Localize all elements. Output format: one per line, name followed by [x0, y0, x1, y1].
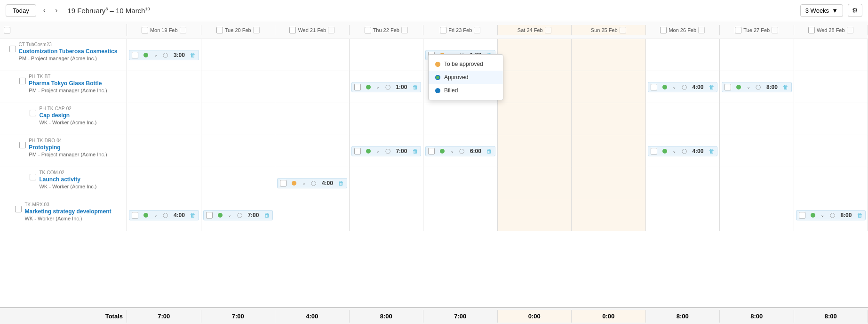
entry-checkbox[interactable]: [280, 180, 287, 186]
entry-checkbox[interactable]: [132, 52, 138, 58]
entry-checkbox[interactable]: [354, 84, 361, 90]
delete-icon[interactable]: 🗑: [338, 180, 344, 186]
delete-icon[interactable]: 🗑: [857, 212, 863, 219]
delete-icon[interactable]: 🗑: [709, 84, 715, 90]
weeks-selector-button[interactable]: 3 Weeks ▼: [800, 4, 843, 17]
date-range-label: 19 February8 – 10 March10: [67, 7, 150, 15]
status-chevron[interactable]: ⌄: [450, 148, 454, 154]
row-checkbox[interactable]: [19, 142, 26, 148]
col-check2-tue20[interactable]: [253, 27, 260, 33]
col-check2-thu22[interactable]: [401, 27, 408, 33]
cell-row2-tue27: ⌄ ◯ 8:00 🗑: [720, 71, 794, 103]
task-name[interactable]: Prototyping: [29, 144, 107, 151]
cell-row4-tue27: [720, 135, 794, 167]
task-info-cell: TK-COM.02 Launch activity WK - Worker (A…: [0, 167, 127, 199]
row-checkbox[interactable]: [15, 206, 22, 212]
row-checkbox[interactable]: [30, 110, 36, 116]
dropdown-item-billed[interactable]: Billed: [429, 84, 503, 97]
cell-row1-wed28: [794, 39, 868, 71]
delete-icon[interactable]: 🗑: [413, 148, 418, 154]
delete-icon[interactable]: 🗑: [264, 212, 270, 219]
status-chevron[interactable]: ⌄: [820, 212, 824, 218]
cell-row1-mon19: ⌄ ◯ 3:00 🗑: [127, 39, 201, 71]
delete-icon[interactable]: 🗑: [190, 212, 196, 219]
col-check2-sat24[interactable]: [545, 27, 551, 33]
cell-row3-sun25: [572, 103, 646, 135]
col-checkbox-tue20[interactable]: [216, 27, 223, 33]
col-checkbox-thu22[interactable]: [365, 27, 371, 33]
status-chevron[interactable]: ⌄: [154, 212, 158, 218]
cell-row6-fri23: [423, 199, 498, 231]
status-chevron[interactable]: ⌄: [672, 148, 676, 154]
total-wed21: 4:00: [275, 310, 350, 323]
status-chevron[interactable]: ⌄: [154, 52, 158, 57]
total-fri23: 7:00: [423, 310, 498, 323]
dropdown-label-billed: Billed: [444, 87, 458, 94]
dropdown-item-to-be-approved[interactable]: To be approved: [429, 57, 503, 71]
prev-arrow-button[interactable]: ‹: [41, 5, 48, 16]
status-dot-green: [662, 85, 667, 89]
col-checkbox-mon19[interactable]: [142, 27, 148, 33]
col-check2-wed21[interactable]: [328, 27, 334, 33]
entry-time: 7:00: [247, 212, 259, 219]
delete-icon[interactable]: 🗑: [783, 84, 788, 90]
today-button[interactable]: Today: [6, 4, 36, 17]
col-check2-wed28[interactable]: [847, 27, 853, 33]
delete-icon[interactable]: 🗑: [190, 52, 196, 58]
entry-checkbox[interactable]: [132, 212, 138, 219]
entry-checkbox[interactable]: [354, 148, 361, 154]
cell-row3-wed21: [275, 103, 350, 135]
col-check2-tue27[interactable]: [772, 27, 778, 33]
row-checkbox[interactable]: [9, 46, 16, 52]
entry-checkbox[interactable]: [206, 212, 213, 219]
col-checkbox-fri23[interactable]: [440, 27, 446, 33]
col-checkbox-tue27[interactable]: [735, 27, 741, 33]
task-name[interactable]: Launch activity: [39, 176, 96, 183]
task-name[interactable]: Cap design: [39, 112, 96, 119]
grid-footer: Totals 7:00 7:00 4:00 8:00 7:00 0:00 0:0…: [0, 307, 868, 324]
status-chevron[interactable]: ⌄: [228, 212, 231, 218]
entry-checkbox[interactable]: [651, 148, 657, 154]
task-info-cell: PH-TK-DRO-04 Prototyping PM - Project ma…: [0, 135, 127, 167]
header-checkbox[interactable]: [4, 27, 10, 33]
entry-checkbox[interactable]: [651, 84, 657, 90]
task-name[interactable]: Marketing strategy development: [24, 208, 111, 215]
task-role: WK - Worker (Acme Inc.): [39, 184, 96, 189]
next-arrow-button[interactable]: ›: [53, 5, 60, 16]
time-entry: ⌄ ◯ 7:00 🗑: [351, 146, 422, 156]
delete-icon[interactable]: 🗑: [486, 148, 492, 154]
dropdown-item-approved[interactable]: Approved: [429, 71, 503, 84]
row-checkbox[interactable]: [19, 78, 26, 84]
header-col-tue27: Tue 27 Feb: [720, 25, 794, 35]
status-chevron[interactable]: ⌄: [672, 84, 676, 89]
header-task-col: [0, 24, 127, 36]
col-check2-mon19[interactable]: [180, 27, 186, 33]
settings-gear-button[interactable]: ⚙: [848, 4, 862, 17]
status-chevron[interactable]: ⌄: [747, 84, 750, 89]
clock-icon: ◯: [385, 84, 390, 89]
entry-checkbox[interactable]: [725, 84, 731, 90]
task-name[interactable]: Customization Tuberosa Cosmestics: [19, 48, 118, 55]
clock-icon: ◯: [682, 148, 687, 154]
status-chevron[interactable]: ⌄: [302, 180, 306, 186]
task-name[interactable]: Pharma Tokyo Glass Bottle: [29, 80, 107, 87]
grid-header: Mon 19 Feb Tue 20 Feb Wed 21 Feb Thu 22 …: [0, 21, 868, 39]
status-chevron[interactable]: ⌄: [376, 148, 380, 154]
cell-row5-tue27: [720, 167, 794, 199]
col-check2-sun25[interactable]: [620, 27, 626, 33]
entry-checkbox[interactable]: [799, 212, 805, 219]
row-checkbox[interactable]: [30, 174, 36, 180]
col-check2-fri23[interactable]: [474, 27, 480, 33]
cell-row4-sun25: [572, 135, 646, 167]
col-checkbox-wed28[interactable]: [808, 27, 815, 33]
delete-icon[interactable]: 🗑: [709, 148, 715, 154]
col-checkbox-wed21[interactable]: [289, 27, 296, 33]
col-check2-mon26[interactable]: [698, 27, 705, 33]
entry-time: 4:00: [322, 180, 333, 186]
entry-checkbox[interactable]: [428, 148, 435, 154]
cell-row4-tue20: [201, 135, 276, 167]
delete-icon[interactable]: 🗑: [413, 84, 418, 90]
col-checkbox-mon26[interactable]: [660, 27, 667, 33]
status-chevron[interactable]: ⌄: [376, 84, 380, 89]
task-role: PM - Project manager (Acme Inc.): [19, 56, 118, 61]
